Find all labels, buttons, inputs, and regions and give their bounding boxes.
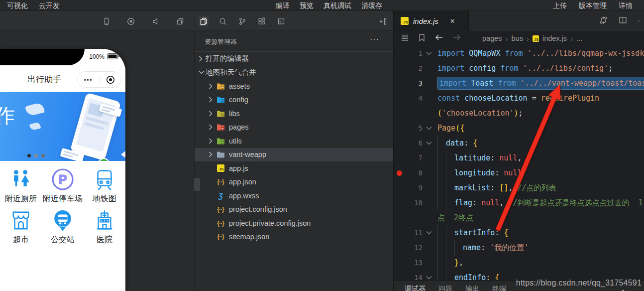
line-number[interactable]: 6: [405, 139, 423, 147]
restore-window-icon[interactable]: [175, 16, 185, 26]
tree-item-sitemap.json[interactable]: {··}sitemap.json: [195, 230, 393, 244]
more-actions-icon[interactable]: ⋯: [638, 16, 641, 25]
grid-item-附近停车场[interactable]: P附近停车场: [42, 166, 84, 206]
line-number[interactable]: 2: [405, 64, 423, 72]
menu-item-真机调试[interactable]: 真机调试: [323, 0, 351, 11]
line-number[interactable]: 4: [405, 94, 423, 102]
files-icon[interactable]: [199, 16, 209, 26]
breadcrumb-item-index.js[interactable]: index.js: [542, 34, 567, 42]
stage-icon[interactable]: [276, 16, 286, 26]
tree-item-project.config.json[interactable]: {··}project.config.json: [195, 203, 393, 217]
tree-item-project.private.config.json[interactable]: {··}project.private.config.json: [195, 216, 393, 230]
fold-chevron-icon[interactable]: [423, 141, 435, 145]
chevron-right-icon[interactable]: [209, 83, 215, 89]
close-icon[interactable]: ✕: [450, 17, 455, 25]
chevron-right-icon[interactable]: [209, 124, 215, 130]
fold-chevron-icon[interactable]: [423, 126, 435, 130]
tree-item-app.js[interactable]: JSapp.js: [195, 161, 393, 175]
scrollbar-thumb[interactable]: [194, 178, 200, 191]
code-line[interactable]: 10flag: null, //判断是起点还是终点选点点过去的 1 起: [394, 195, 644, 210]
tree-item-app.json[interactable]: {··}app.json: [195, 175, 393, 189]
line-number[interactable]: 11: [405, 229, 423, 237]
tree-item-vant-weapp[interactable]: vant-weapp: [195, 148, 393, 162]
navigate-back-icon[interactable]: [434, 34, 443, 43]
chevron-right-icon[interactable]: [209, 138, 215, 144]
tree-item-utils[interactable]: utils: [195, 134, 393, 148]
line-number[interactable]: 12: [405, 244, 423, 252]
grid-item-公交站[interactable]: 公交站: [42, 207, 84, 247]
explorer-section-1[interactable]: 地图和天气合并: [195, 66, 393, 80]
grid-item-附近厕所[interactable]: 附近厕所: [0, 166, 42, 206]
banner-carousel[interactable]: 作 ✓: [0, 92, 125, 161]
code-line[interactable]: 4const chooseLocation = requirePlugin: [394, 91, 644, 106]
more-dots-icon[interactable]: •••: [78, 77, 99, 83]
stop-record-icon[interactable]: [126, 16, 136, 26]
code-line[interactable]: 11startInfo: {: [394, 225, 644, 240]
tab-index-js[interactable]: JS index.js ✕: [394, 11, 469, 31]
breadcrumb-item-pages[interactable]: pages: [482, 34, 502, 42]
menu-item-编译[interactable]: 编译: [276, 0, 290, 11]
code-line[interactable]: 2import config from '../../libs/config';: [394, 61, 644, 76]
collapse-panel-icon[interactable]: [378, 16, 388, 26]
code-editor[interactable]: 1import QQMapWX from '../../libs/qqmap-w…: [394, 46, 644, 280]
line-number[interactable]: 13: [405, 259, 423, 267]
menu-item-云开发[interactable]: 云开发: [39, 0, 60, 11]
line-number[interactable]: 7: [405, 154, 423, 162]
code-line[interactable]: 点 2终点: [394, 210, 644, 225]
menu-item-清缓存[interactable]: 清缓存: [361, 0, 382, 11]
fold-chevron-icon[interactable]: [423, 231, 435, 235]
code-line[interactable]: 3import Toast from '../../vant-weapp/toa…: [394, 76, 644, 91]
breakpoint-icon[interactable]: [397, 170, 402, 176]
panel-tab-问题[interactable]: 问题: [438, 285, 452, 291]
compare-changes-icon[interactable]: [599, 15, 608, 27]
menu-item-详情[interactable]: 详情: [619, 0, 633, 11]
outline-icon[interactable]: [401, 33, 409, 44]
code-line[interactable]: 12name: '我的位置': [394, 240, 644, 255]
chevron-down-icon[interactable]: [199, 70, 206, 74]
tree-item-app.wxss[interactable]: Ʒapp.wxss: [195, 189, 393, 203]
code-line[interactable]: 9markList: [], //点的列表: [394, 180, 644, 195]
fold-chevron-icon[interactable]: [423, 276, 435, 280]
line-number[interactable]: 10: [405, 199, 423, 207]
carousel-dot-0[interactable]: [27, 154, 31, 157]
line-number[interactable]: 3: [405, 79, 423, 87]
code-line[interactable]: ('chooseLocation');: [394, 106, 644, 121]
grid-item-医院[interactable]: 医院: [84, 207, 125, 247]
breakpoint-gutter[interactable]: [394, 170, 405, 176]
chevron-right-icon[interactable]: [199, 56, 206, 62]
code-line[interactable]: 6data: {: [394, 136, 644, 150]
tree-item-assets[interactable]: assets: [195, 79, 393, 93]
device-icon[interactable]: [102, 16, 111, 26]
grid-item-地铁图[interactable]: 地铁图: [84, 166, 125, 206]
panel-tab-终端[interactable]: 终端: [492, 285, 506, 291]
breadcrumb-item-...[interactable]: ...: [576, 34, 582, 42]
code-line[interactable]: 5Page({: [394, 121, 644, 136]
carousel-dots[interactable]: [27, 154, 45, 157]
search-icon[interactable]: [218, 16, 228, 26]
close-target-icon[interactable]: [100, 75, 121, 84]
chevron-right-icon[interactable]: [209, 97, 215, 103]
tree-item-config[interactable]: config: [195, 93, 393, 107]
code-line[interactable]: 7latitude: null,: [394, 150, 644, 165]
line-number[interactable]: 9: [405, 184, 423, 192]
extensions-icon[interactable]: [257, 16, 267, 26]
grid-item-超市[interactable]: 超市: [0, 207, 42, 247]
breadcrumb-item-bus[interactable]: bus: [512, 34, 523, 42]
line-number[interactable]: 5: [405, 124, 423, 132]
carousel-dot-1[interactable]: [34, 154, 38, 157]
code-line[interactable]: 8longitude: null: [394, 165, 644, 180]
split-editor-icon[interactable]: [618, 15, 628, 27]
carousel-dot-2[interactable]: [41, 154, 45, 157]
code-line[interactable]: 13},: [394, 255, 644, 270]
tree-item-pages[interactable]: pages: [195, 121, 393, 135]
mute-icon[interactable]: [151, 16, 161, 26]
source-control-icon[interactable]: [237, 16, 247, 26]
code-line[interactable]: 1import QQMapWX from '../../libs/qqmap-w…: [394, 46, 644, 61]
navigate-forward-icon[interactable]: [452, 34, 461, 43]
bookmark-icon[interactable]: [418, 33, 426, 44]
menu-item-可视化[interactable]: 可视化: [7, 0, 28, 11]
capsule-button[interactable]: •••: [77, 71, 121, 88]
explorer-section-0[interactable]: 打开的编辑器: [195, 52, 393, 66]
panel-tab-调试器[interactable]: 调试器: [405, 285, 426, 291]
panel-tab-输出[interactable]: 输出: [465, 285, 479, 291]
